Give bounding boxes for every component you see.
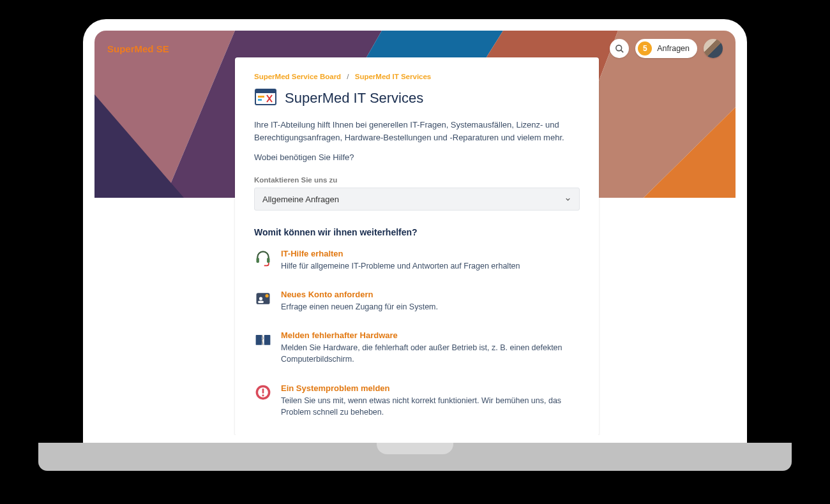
service-title: IT-Hilfe erhalten [281,249,520,258]
search-icon [615,44,624,54]
service-title: Ein Systemproblem melden [281,383,580,393]
requests-count-badge: 5 [638,41,652,56]
services-section-title: Womit können wir ihnen weiterhelfen? [254,227,580,237]
service-desc: Erfrage einen neuen Zugang für ein Syste… [281,301,438,313]
service-desc: Teilen Sie uns mit, wenn etwas nicht kor… [281,395,580,418]
contact-select-value: Allgemeine Anfragen [262,195,339,204]
requests-label: Anfragen [657,44,690,53]
portal-icon [254,87,277,110]
svg-point-21 [266,294,269,297]
svg-rect-17 [267,258,269,263]
laptop-frame: SuperMed SE 5 Anfragen SuperMed Service … [83,19,747,447]
svg-point-19 [259,297,262,300]
account-icon [254,290,272,308]
page-title: SuperMed IT Services [285,90,423,107]
laptop-notch [377,443,453,454]
title-row: SuperMed IT Services [254,87,580,110]
breadcrumb-current[interactable]: SuperMed IT Services [355,73,432,80]
svg-rect-16 [257,258,259,263]
headset-icon [254,249,272,267]
help-prompt: Wobei benötigen Sie Hilfe? [254,152,580,162]
service-title: Melden fehlerhafter Hardware [281,330,580,340]
requests-pill[interactable]: 5 Anfragen [635,39,697,58]
svg-rect-23 [264,335,271,345]
breadcrumb-parent[interactable]: SuperMed Service Board [254,73,341,80]
breadcrumb-separator: / [347,73,349,80]
service-desc: Melden Sie Hardware, die fehlerhaft oder… [281,342,580,365]
user-avatar[interactable] [704,39,723,58]
svg-rect-20 [258,301,264,304]
service-item-new-account[interactable]: Neues Konto anfordern Erfrage einen neue… [254,290,580,313]
broken-hardware-icon [254,330,272,348]
app-screen: SuperMed SE 5 Anfragen SuperMed Service … [94,31,736,435]
alert-icon [254,383,272,401]
svg-line-9 [621,50,623,52]
breadcrumb: SuperMed Service Board / SuperMed IT Ser… [254,73,580,80]
header-actions: 5 Anfragen [610,39,723,58]
contact-select[interactable]: Allgemeine Anfragen [254,188,580,211]
header-bar: SuperMed SE 5 Anfragen [94,31,736,66]
service-item-it-help[interactable]: IT-Hilfe erhalten Hilfe für allgemeine I… [254,249,580,272]
search-button[interactable] [610,39,629,58]
service-item-faulty-hardware[interactable]: Melden fehlerhafter Hardware Melden Sie … [254,330,580,365]
chevron-down-icon [564,196,571,203]
contact-select-label: Kontaktieren Sie uns zu [254,176,580,184]
svg-rect-11 [255,89,276,93]
brand-title: SuperMed SE [107,43,169,54]
svg-rect-13 [258,99,262,101]
svg-rect-22 [256,335,262,345]
main-card: SuperMed Service Board / SuperMed IT Ser… [235,57,599,435]
svg-point-27 [262,394,264,396]
svg-point-8 [616,45,622,50]
page-description: Ihre IT-Abteilung hilft Ihnen bei genere… [254,119,580,144]
service-list: IT-Hilfe erhalten Hilfe für allgemeine I… [254,249,580,418]
svg-rect-12 [258,96,264,98]
svg-rect-26 [262,388,264,393]
service-item-system-problem[interactable]: Ein Systemproblem melden Teilen Sie uns … [254,383,580,418]
service-desc: Hilfe für allgemeine IT-Probleme und Ant… [281,260,520,272]
service-title: Neues Konto anfordern [281,290,438,299]
